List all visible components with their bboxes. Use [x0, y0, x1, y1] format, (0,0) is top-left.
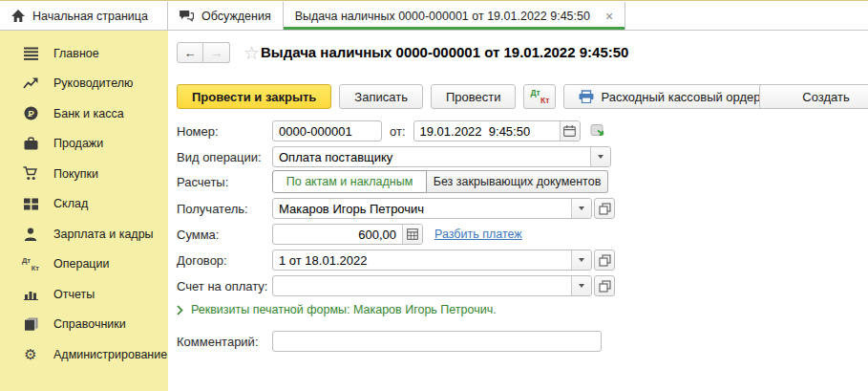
calculator-icon[interactable]	[402, 225, 422, 244]
post-button[interactable]: Провести	[431, 84, 517, 109]
tab-bar: Начальная страница Обсуждения Выдача нал…	[0, 2, 868, 31]
sidebar-item-label: Склад	[53, 197, 88, 210]
sidebar-item-operations[interactable]: ДтКт Операции	[0, 250, 168, 280]
home-icon	[11, 10, 25, 22]
sidebar-item-directories[interactable]: Справочники	[0, 310, 168, 340]
number-row: Номер: от:	[177, 119, 608, 142]
recipient-input[interactable]	[273, 199, 571, 218]
gear-icon: ⚙	[21, 347, 40, 361]
sidebar-item-label: Справочники	[53, 317, 126, 331]
sidebar-item-label: Руководителю	[53, 76, 133, 90]
settlements-toggle: По актам и накладным Без закрывающих док…	[272, 170, 608, 193]
chevron-down-icon[interactable]	[571, 276, 591, 295]
tab-document-label: Выдача наличных 0000-000001 от 19.01.202…	[295, 10, 590, 23]
payment-invoice-label: Счет на оплату:	[177, 279, 272, 293]
operation-kind-label: Вид операции:	[177, 150, 272, 164]
back-button[interactable]: ←	[177, 42, 203, 63]
related-documents-icon[interactable]	[590, 123, 608, 139]
sidebar-item-label: Операции	[53, 257, 109, 271]
sidebar-item-administration[interactable]: ⚙ Администрирование	[0, 339, 168, 370]
payment-invoice-input[interactable]	[273, 276, 571, 295]
dtkt-icon: ДтКт	[21, 256, 40, 272]
create-button[interactable]: Создать	[759, 84, 868, 109]
contract-label: Договор:	[177, 253, 272, 268]
sidebar-item-manager[interactable]: Руководителю	[0, 69, 168, 99]
chevron-down-icon[interactable]	[571, 199, 591, 218]
calendar-icon[interactable]	[560, 121, 580, 141]
number-label: Номер:	[177, 124, 272, 139]
contract-input[interactable]	[273, 250, 571, 270]
comment-input[interactable]	[272, 331, 602, 352]
settlements-option-no-docs[interactable]: Без закрывающих документов	[427, 170, 608, 193]
briefcase-icon	[21, 137, 40, 150]
sidebar-item-warehouse[interactable]: Склад	[0, 189, 168, 220]
comment-row: Комментарий:	[177, 330, 602, 353]
open-invoice-icon[interactable]	[594, 275, 615, 296]
operation-kind-input[interactable]	[273, 147, 590, 166]
sidebar-item-sales[interactable]: Продажи	[0, 129, 168, 160]
write-button[interactable]: Записать	[339, 84, 423, 109]
sidebar-item-label: Администрирование	[53, 348, 167, 361]
sidebar: Главное Руководителю P Банк и касса Прод…	[0, 31, 168, 391]
payment-invoice-row: Счет на оплату:	[177, 274, 615, 297]
comment-label: Комментарий:	[177, 335, 272, 349]
sidebar-item-purchases[interactable]: Покупки	[0, 159, 168, 189]
chevron-right-icon	[177, 305, 183, 315]
app-window: Начальная страница Обсуждения Выдача нал…	[0, 0, 868, 391]
ruble-icon: P	[21, 106, 40, 120]
print-form-details-expander[interactable]: Реквизиты печатной формы: Макаров Игорь …	[177, 303, 497, 316]
sidebar-item-reports[interactable]: Отчеты	[0, 279, 168, 310]
sidebar-item-main[interactable]: Главное	[0, 38, 168, 69]
post-and-close-button[interactable]: Провести и закрыть	[177, 84, 331, 109]
page-title: Выдача наличных 0000-000001 от 19.01.202…	[261, 44, 628, 60]
sidebar-item-bank-cash[interactable]: P Банк и касса	[0, 98, 168, 129]
chevron-down-icon[interactable]	[571, 250, 591, 270]
settlements-label: Расчеты:	[177, 175, 272, 189]
sidebar-item-label: Банк и касса	[53, 107, 124, 120]
tab-home[interactable]: Начальная страница	[0, 2, 168, 30]
dtkt-icon: ДтКт	[529, 88, 550, 105]
printer-icon	[579, 90, 594, 103]
chat-icon	[180, 10, 194, 22]
open-recipient-icon[interactable]	[594, 198, 615, 219]
sidebar-item-label: Отчеты	[53, 288, 95, 301]
sidebar-item-label: Покупки	[53, 167, 98, 181]
dtkt-button[interactable]: ДтКт	[523, 84, 556, 109]
sidebar-item-payroll-hr[interactable]: Зарплата и кадры	[0, 219, 168, 250]
toolbar: Провести и закрыть Записать Провести ДтК…	[177, 84, 815, 109]
menu-icon	[21, 47, 40, 60]
settlements-row: Расчеты: По актам и накладным Без закрыв…	[177, 170, 608, 193]
sidebar-item-label: Главное	[53, 47, 99, 60]
document-form: ← → ☆ Выдача наличных 0000-000001 от 19.…	[168, 31, 868, 391]
tab-home-label: Начальная страница	[32, 10, 148, 23]
contract-row: Договор:	[177, 249, 615, 272]
date-label: от:	[390, 124, 406, 139]
tab-discussions-label: Обсуждения	[201, 10, 271, 23]
amount-label: Сумма:	[177, 228, 272, 242]
tab-discussions[interactable]: Обсуждения	[168, 2, 284, 30]
cart-icon	[21, 166, 40, 181]
amount-row: Сумма: Разбить платеж	[177, 223, 522, 246]
number-input[interactable]	[272, 120, 382, 141]
books-icon	[21, 317, 40, 331]
date-input[interactable]	[414, 121, 560, 141]
chevron-down-icon[interactable]	[590, 147, 610, 166]
grid-icon	[21, 198, 40, 210]
forward-button[interactable]: →	[203, 42, 230, 63]
sidebar-item-label: Зарплата и кадры	[53, 228, 154, 241]
sidebar-item-label: Продажи	[53, 137, 103, 150]
print-form-details-label: Реквизиты печатной формы: Макаров Игорь …	[191, 303, 497, 316]
split-payment-link[interactable]: Разбить платеж	[434, 228, 522, 241]
tab-document[interactable]: Выдача наличных 0000-000001 от 19.01.202…	[284, 2, 625, 30]
open-contract-icon[interactable]	[594, 250, 615, 271]
amount-input[interactable]	[273, 225, 402, 244]
recipient-row: Получатель:	[177, 197, 615, 220]
trend-icon	[21, 77, 40, 90]
settlements-option-acts[interactable]: По актам и накладным	[272, 170, 427, 193]
close-icon[interactable]: ×	[605, 9, 613, 24]
operation-kind-row: Вид операции:	[177, 145, 611, 168]
recipient-label: Получатель:	[177, 202, 272, 216]
svg-text:P: P	[28, 108, 34, 119]
nav-row: ← → ☆	[177, 42, 260, 63]
favorite-star-icon[interactable]: ☆	[243, 44, 260, 62]
